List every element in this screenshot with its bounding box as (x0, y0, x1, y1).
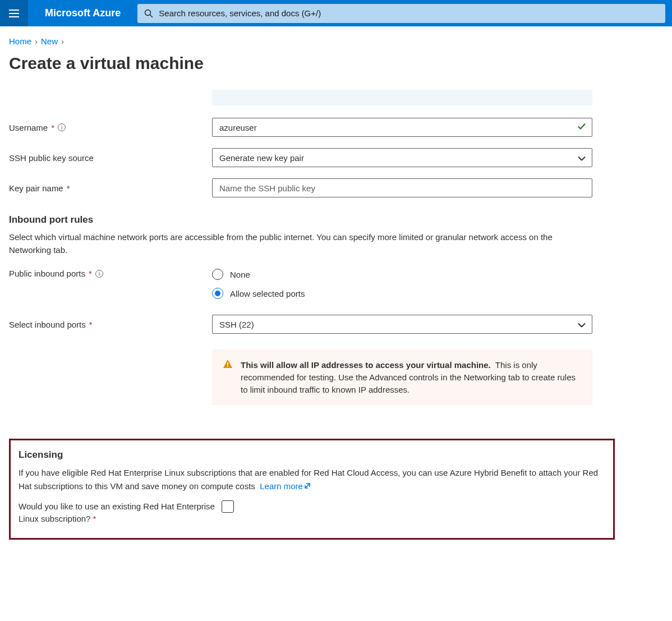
chevron-down-icon (578, 153, 586, 163)
search-bar (137, 4, 665, 23)
breadcrumb-new[interactable]: New (41, 36, 58, 46)
radio-allow-selected[interactable]: Allow selected ports (212, 288, 592, 299)
radio-allow-label: Allow selected ports (230, 289, 305, 298)
learn-more-link[interactable]: Learn more (260, 481, 311, 491)
chevron-down-icon (578, 320, 586, 329)
select-ports-label: Select inbound ports* (9, 320, 212, 329)
chevron-right-icon: › (35, 36, 38, 46)
info-icon[interactable]: i (95, 270, 103, 278)
public-ports-label: Public inbound ports* i (9, 269, 212, 278)
keypair-input[interactable] (212, 178, 592, 197)
ssh-source-label: SSH public key source (9, 153, 212, 163)
svg-rect-4 (227, 366, 228, 367)
breadcrumb: Home › New › (9, 36, 663, 46)
top-bar: Microsoft Azure (0, 0, 672, 26)
breadcrumb-home[interactable]: Home (9, 36, 31, 46)
svg-rect-3 (227, 362, 228, 365)
svg-line-1 (150, 15, 153, 17)
username-label: Username* i (9, 123, 212, 132)
licensing-desc: If you have eligible Red Hat Enterprise … (19, 466, 605, 493)
warning-icon (223, 359, 233, 395)
page-title: Create a virtual machine (9, 54, 663, 73)
radio-none[interactable]: None (212, 269, 592, 280)
inbound-desc: Select which virtual machine network por… (9, 231, 592, 256)
info-icon[interactable]: i (58, 123, 66, 131)
hamburger-icon (9, 10, 19, 17)
search-input[interactable] (159, 8, 659, 18)
licensing-heading: Licensing (19, 449, 605, 461)
ssh-source-select[interactable]: Generate new key pair (212, 148, 592, 167)
brand-label: Microsoft Azure (28, 7, 137, 19)
licensing-checkbox-label: Would you like to use an existing Red Ha… (19, 500, 222, 526)
hamburger-menu-button[interactable] (0, 0, 28, 26)
inbound-heading: Inbound port rules (9, 214, 615, 226)
licensing-section: Licensing If you have eligible Red Hat E… (9, 439, 615, 540)
licensing-checkbox[interactable] (222, 500, 234, 513)
search-icon (144, 9, 153, 18)
svg-point-0 (145, 10, 151, 15)
checkmark-icon (577, 122, 587, 134)
radio-none-label: None (230, 270, 250, 279)
warning-banner: This will allow all IP addresses to acce… (212, 349, 592, 405)
select-ports-select[interactable]: SSH (22) (212, 315, 592, 334)
username-input[interactable] (212, 118, 592, 137)
info-banner (212, 90, 592, 105)
keypair-label: Key pair name* (9, 183, 212, 193)
chevron-right-icon: › (61, 36, 64, 46)
